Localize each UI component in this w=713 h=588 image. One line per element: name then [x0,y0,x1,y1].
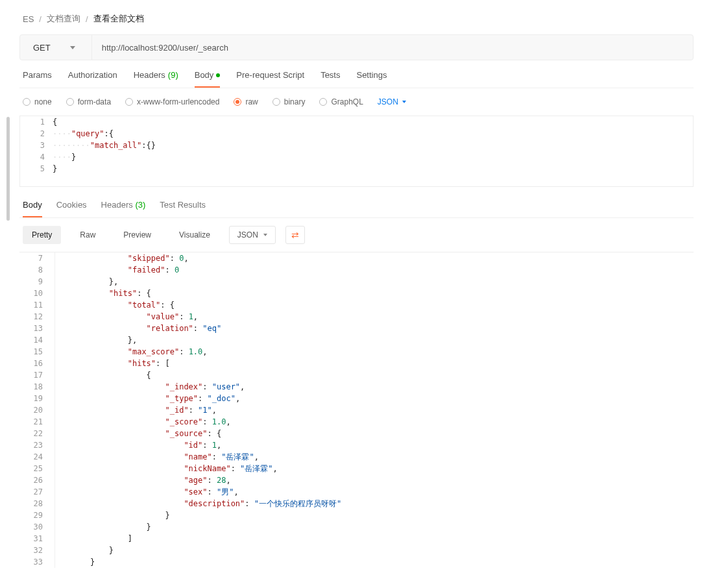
line-number: 5 [20,163,53,175]
view-raw-button[interactable]: Raw [71,226,104,244]
response-line: 25 "nickName": "岳泽霖", [19,463,694,474]
breadcrumb: ES / 文档查询 / 查看全部文档 [19,6,694,34]
line-number: 19 [19,393,55,404]
resp-tab-headers[interactable]: Headers (3) [101,200,146,217]
response-line: 8 "failed": 0 [19,264,694,276]
request-tabs: Params Authorization Headers (9) Body Pr… [19,60,694,88]
line-number: 30 [19,521,55,533]
chevron-down-icon [70,46,75,49]
line-number: 12 [19,311,55,323]
view-pretty-button[interactable]: Pretty [23,226,61,244]
chevron-down-icon [263,234,267,236]
line-number: 18 [19,381,55,393]
response-line: 9 }, [19,276,694,288]
line-number: 8 [19,264,55,276]
line-number: 29 [19,509,55,521]
response-line: 17 { [19,369,694,381]
resp-tab-body[interactable]: Body [23,200,42,217]
response-line: 31 ] [19,533,694,545]
bc-item-2[interactable]: 查看全部文档 [93,13,144,25]
bc-sep: / [86,14,88,24]
http-method-label: GET [33,43,51,53]
line-number: 32 [19,545,55,556]
body-opt-binary[interactable]: binary [272,97,306,106]
radio-icon [23,98,30,106]
tab-headers[interactable]: Headers (9) [134,70,178,88]
tab-params[interactable]: Params [23,70,52,88]
http-method-select[interactable]: GET [20,35,92,60]
response-toolbar: Pretty Raw Preview Visualize JSON ⇄ [19,218,694,252]
view-preview-button[interactable]: Preview [114,226,160,244]
headers-count: (9) [168,70,178,80]
body-opt-graphql[interactable]: GraphQL [319,97,363,106]
radio-icon [66,98,74,106]
response-line: 32 } [19,545,694,556]
radio-icon [272,98,280,106]
response-type-select[interactable]: JSON [229,226,276,244]
tab-body[interactable]: Body [195,70,221,88]
response-line: 23 "id": 1, [19,439,694,451]
response-line: 21 "_score": 1.0, [19,416,694,428]
line-number: 15 [19,346,55,358]
line-number: 28 [19,498,55,509]
line-number: 16 [19,358,55,369]
body-opt-raw[interactable]: raw [234,97,258,106]
main-container: ES / 文档查询 / 查看全部文档 GET Params Authorizat… [0,0,713,581]
line-number: 7 [19,252,55,264]
line-number: 23 [19,439,55,451]
line-number: 33 [19,556,55,568]
radio-icon [319,98,327,106]
body-modified-dot-icon [216,73,220,77]
bc-item-0[interactable]: ES [23,14,34,24]
tab-authorization[interactable]: Authorization [68,70,117,88]
response-line: 7 "skipped": 0, [19,252,694,264]
body-type-options: none form-data x-www-form-urlencoded raw… [19,88,694,116]
view-visualize-button[interactable]: Visualize [170,226,219,244]
line-number: 26 [19,474,55,486]
line-number: 11 [19,299,55,311]
line-number: 2 [20,128,53,140]
response-line: 13 "relation": "eq" [19,323,694,334]
resp-tab-cookies[interactable]: Cookies [56,200,87,217]
response-line: 33 } [19,556,694,568]
line-number: 3 [20,140,53,151]
response-line: 15 "max_score": 1.0, [19,346,694,358]
url-input[interactable] [92,35,693,60]
body-opt-form-data[interactable]: form-data [66,97,111,106]
line-number: 21 [19,416,55,428]
wrap-lines-icon[interactable]: ⇄ [285,226,305,244]
line-number: 17 [19,369,55,381]
body-raw-type-select[interactable]: JSON [378,97,406,106]
line-number: 13 [19,323,55,334]
tab-pre-request-script[interactable]: Pre-request Script [236,70,304,88]
bc-item-1[interactable]: 文档查询 [47,13,80,25]
radio-checked-icon [234,98,241,106]
response-line: 24 "name": "岳泽霖", [19,451,694,463]
tab-settings[interactable]: Settings [356,70,387,88]
response-line: 14 }, [19,334,694,346]
url-bar: GET [19,34,694,60]
tab-label: Headers [134,70,165,80]
response-line: 29 } [19,509,694,521]
line-number: 24 [19,451,55,463]
request-body-editor[interactable]: 1{ 2····"query":{ 3········"match_all":{… [19,116,694,187]
response-body-viewer[interactable]: 7 "skipped": 0,8 "failed": 09 },10 "hits… [19,252,694,568]
line-number: 31 [19,533,55,545]
tab-tests[interactable]: Tests [320,70,340,88]
response-line: 12 "value": 1, [19,311,694,323]
response-line: 19 "_type": "_doc", [19,393,694,404]
response-line: 16 "hits": [ [19,358,694,369]
chevron-down-icon [402,101,406,103]
line-number: 20 [19,404,55,416]
response-line: 30 } [19,521,694,533]
left-scrollbar[interactable] [6,117,10,221]
response-line: 27 "sex": "男", [19,486,694,498]
body-opt-urlencoded[interactable]: x-www-form-urlencoded [125,97,219,106]
resp-tab-test-results[interactable]: Test Results [160,200,206,217]
body-opt-none[interactable]: none [23,97,52,106]
response-line: 10 "hits": { [19,288,694,299]
response-tabs: Body Cookies Headers (3) Test Results [19,200,694,218]
bc-sep: / [39,14,42,24]
line-number: 1 [20,116,53,128]
line-number: 9 [19,276,55,288]
